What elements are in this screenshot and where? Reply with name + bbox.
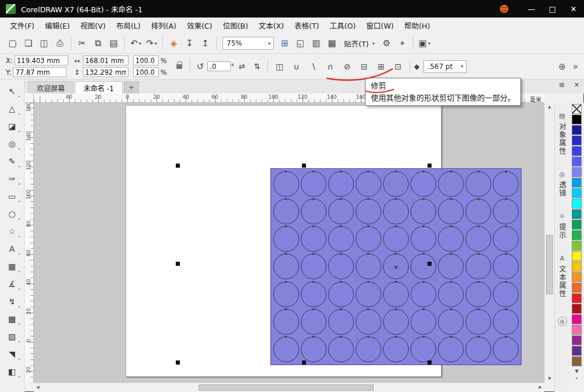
rectangle-tool[interactable]: ▭: [4, 189, 21, 203]
ruler-settings-button[interactable]: ⌖: [394, 36, 410, 51]
export-button[interactable]: ↥: [197, 36, 213, 51]
menu-item[interactable]: 位图(B): [217, 18, 253, 33]
docker-tab-hints[interactable]: ☼提示: [557, 213, 567, 240]
interactive-fill-tool[interactable]: ◧: [4, 365, 21, 379]
color-swatch[interactable]: [572, 167, 582, 177]
connector-tool[interactable]: ↯: [4, 294, 21, 308]
selection-handle[interactable]: [176, 360, 180, 365]
selection-handle[interactable]: [302, 360, 306, 365]
selection-handle[interactable]: [427, 262, 432, 266]
selection-handle[interactable]: [427, 360, 432, 365]
menu-item[interactable]: 文本(X): [253, 18, 289, 33]
menu-item[interactable]: 编辑(E): [40, 18, 75, 33]
intersect-button[interactable]: ∩: [322, 59, 339, 74]
new-document-button[interactable]: ▢: [5, 36, 20, 51]
scroll-down-icon[interactable]: ▼: [545, 376, 554, 381]
color-swatch[interactable]: [572, 220, 582, 230]
color-swatch[interactable]: [572, 283, 582, 293]
quick-customize-button[interactable]: ⊕: [558, 317, 567, 326]
user-account-icon[interactable]: ☻: [495, 4, 513, 15]
zoom-tool[interactable]: ◎: [4, 137, 21, 151]
copy-button[interactable]: ⧉: [90, 36, 106, 51]
color-swatch[interactable]: [572, 262, 582, 272]
menu-item[interactable]: 工具(O): [325, 18, 361, 33]
drop-shadow-tool[interactable]: ▩: [4, 312, 21, 326]
snap-to-button[interactable]: 贴齐(T) ▾: [340, 36, 378, 51]
color-swatch[interactable]: [572, 314, 582, 324]
selection-handle[interactable]: [302, 164, 306, 168]
height-input[interactable]: [83, 67, 128, 77]
horizontal-scrollbar[interactable]: ◀ ▶: [34, 383, 544, 392]
menu-item[interactable]: 视图(V): [75, 18, 111, 33]
lock-ratio-button[interactable]: [172, 60, 187, 74]
menu-item[interactable]: 表格(T): [289, 18, 324, 33]
width-input[interactable]: [83, 55, 128, 65]
color-swatch[interactable]: [572, 209, 582, 219]
scale-x-input[interactable]: [133, 55, 159, 65]
page[interactable]: ✕: [126, 105, 442, 377]
color-swatch[interactable]: [572, 293, 582, 303]
full-screen-preview-button[interactable]: ◱: [293, 36, 308, 51]
menu-item[interactable]: 窗口(W): [361, 18, 399, 33]
transparency-tool[interactable]: ▨: [4, 329, 21, 344]
selection-handle[interactable]: [176, 262, 180, 266]
crop-tool[interactable]: ◪: [4, 119, 21, 133]
menu-item[interactable]: 排列(A): [146, 18, 182, 33]
vertical-scrollbar-thumb[interactable]: [546, 235, 553, 294]
artistic-media-tool[interactable]: ✑: [4, 172, 21, 186]
docker-pin-icon[interactable]: ⊞: [559, 81, 565, 89]
simplify-button[interactable]: ⊘: [339, 59, 356, 74]
cut-button[interactable]: ✂: [74, 36, 90, 51]
mirror-horizontal-button[interactable]: ⇄: [234, 60, 249, 74]
color-swatch[interactable]: [572, 272, 582, 282]
scroll-up-icon[interactable]: ▲: [545, 105, 554, 109]
create-boundary-button[interactable]: ⊡: [390, 59, 406, 74]
menu-item[interactable]: 文件(F): [5, 18, 40, 33]
toolbar-overflow-button[interactable]: »: [573, 61, 578, 72]
color-swatch[interactable]: [572, 304, 582, 314]
document-tab[interactable]: 欢迎屏幕: [28, 81, 74, 93]
close-button[interactable]: ✕: [563, 0, 584, 18]
docker-tab-text-properties[interactable]: A文本属性: [557, 255, 567, 298]
open-button[interactable]: ❏: [20, 36, 36, 51]
color-swatch[interactable]: [572, 251, 582, 261]
undo-button[interactable]: ↶▾: [128, 36, 144, 51]
docker-close-button[interactable]: ✕: [574, 81, 579, 89]
show-rulers-button[interactable]: ▥: [308, 36, 324, 51]
y-position-input[interactable]: [13, 67, 67, 77]
menu-item[interactable]: 帮助(H): [399, 18, 435, 33]
color-swatch[interactable]: [572, 178, 582, 188]
maximize-button[interactable]: □: [542, 0, 563, 18]
back-minus-front-button[interactable]: ⊞: [373, 59, 390, 74]
color-swatch[interactable]: [572, 136, 582, 145]
print-button[interactable]: ⎙: [52, 36, 68, 51]
freehand-tool[interactable]: ✎: [4, 154, 21, 168]
docker-tab-object-properties[interactable]: ▤对象属性: [557, 112, 567, 155]
mirror-vertical-button[interactable]: ⇅: [249, 60, 265, 74]
color-swatch[interactable]: [572, 241, 582, 251]
color-swatch[interactable]: [572, 125, 582, 135]
color-swatch[interactable]: [572, 157, 582, 166]
color-swatch[interactable]: [572, 356, 582, 366]
redo-button[interactable]: ↷▾: [144, 36, 159, 51]
trim-button[interactable]: ∖: [305, 59, 322, 74]
shape-tool[interactable]: △: [4, 102, 21, 116]
outline-width-combobox[interactable]: .567 pt ▾: [423, 60, 467, 73]
table-tool[interactable]: ▦: [4, 259, 21, 273]
ruler-origin-corner[interactable]: [25, 93, 34, 103]
menu-item[interactable]: 布局(L): [111, 18, 146, 33]
application-launcher-button[interactable]: ⊞: [277, 36, 293, 51]
color-swatch[interactable]: [572, 188, 582, 198]
palette-scroll-down-icon[interactable]: ▼: [575, 369, 578, 374]
color-swatch[interactable]: [572, 115, 582, 124]
color-swatch[interactable]: [572, 104, 582, 114]
polygon-tool[interactable]: ☆: [4, 224, 21, 238]
color-swatch[interactable]: [572, 199, 582, 209]
menu-item[interactable]: 效果(C): [182, 18, 217, 33]
selected-rectangle-object[interactable]: ✕: [270, 168, 522, 365]
document-tab[interactable]: 未命名 -1: [75, 81, 123, 93]
weld-button[interactable]: ∪: [288, 59, 305, 74]
minimize-button[interactable]: —: [521, 0, 542, 18]
x-position-input[interactable]: [15, 55, 68, 65]
color-swatch[interactable]: [572, 146, 582, 156]
